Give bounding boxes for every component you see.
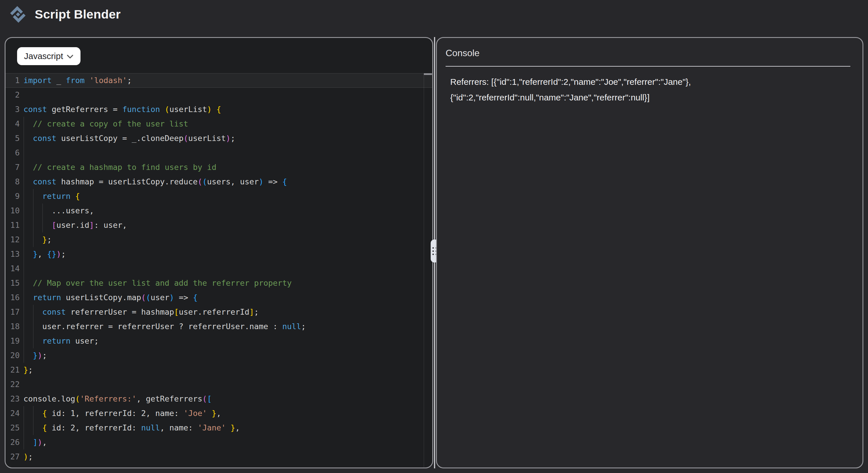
code-editor[interactable]: 1import _ from 'lodash';23const getRefer… <box>5 73 432 464</box>
code-line[interactable]: 24 { id: 1, referrerId: 2, name: 'Joe' }… <box>5 406 432 420</box>
line-number: 24 <box>5 406 20 420</box>
line-number: 21 <box>5 363 20 377</box>
code-line[interactable]: 13 }, {}); <box>5 247 432 261</box>
line-number: 23 <box>5 392 20 406</box>
scrollbar-track[interactable] <box>424 73 424 468</box>
line-number: 4 <box>5 117 20 131</box>
scrollbar-thumb[interactable] <box>424 73 432 75</box>
code-lines: 1import _ from 'lodash';23const getRefer… <box>5 73 432 464</box>
line-number: 12 <box>5 232 20 247</box>
code-line[interactable]: 14 <box>5 261 432 276</box>
code-line[interactable]: 1import _ from 'lodash'; <box>5 73 432 88</box>
line-number: 13 <box>5 247 20 261</box>
language-select-label: Javascript <box>24 51 63 61</box>
chevron-down-icon <box>67 55 73 59</box>
line-number: 16 <box>5 290 20 305</box>
line-number: 20 <box>5 348 20 363</box>
code-line[interactable]: 6 <box>5 146 432 160</box>
console-output-line: Referrers: [{"id":1,"referrerId":2,"name… <box>450 74 851 90</box>
line-number: 22 <box>5 377 20 392</box>
code-line[interactable]: 17 const referrerUser = hashmap[user.ref… <box>5 305 432 319</box>
line-number: 15 <box>5 276 20 290</box>
code-line[interactable]: 25 { id: 2, referrerId: null, name: 'Jan… <box>5 420 432 435</box>
code-line[interactable]: 9 return { <box>5 189 432 203</box>
code-line[interactable]: 23console.log('Referrers:', getReferrers… <box>5 392 432 406</box>
code-line[interactable]: 20 }); <box>5 348 432 363</box>
code-line[interactable]: 15 // Map over the user list and add the… <box>5 276 432 290</box>
line-number: 18 <box>5 319 20 334</box>
code-line[interactable]: 12 }; <box>5 232 432 247</box>
line-number: 9 <box>5 189 20 203</box>
line-number: 5 <box>5 131 20 146</box>
code-line[interactable]: 27); <box>5 449 432 464</box>
code-line[interactable]: 22 <box>5 377 432 392</box>
line-number: 3 <box>5 102 20 117</box>
line-number: 8 <box>5 175 20 189</box>
line-number: 26 <box>5 435 20 449</box>
language-select-button[interactable]: Javascript <box>17 47 81 65</box>
code-line[interactable]: 3const getReferrers = function (userList… <box>5 102 432 117</box>
code-line[interactable]: 7 // create a hashmap to find users by i… <box>5 160 432 175</box>
code-line[interactable]: 18 user.referrer = referrerUser ? referr… <box>5 319 432 334</box>
line-number: 25 <box>5 420 20 435</box>
line-number: 6 <box>5 146 20 160</box>
line-number: 1 <box>5 73 20 88</box>
console-output: Referrers: [{"id":1,"referrerId":2,"name… <box>450 74 851 105</box>
code-line[interactable]: 10 ...users, <box>5 203 432 218</box>
editor-panel: Javascript 1import _ from 'lodash';23con… <box>5 37 433 468</box>
console-panel: Console Referrers: [{"id":1,"referrerId"… <box>436 37 863 468</box>
code-line[interactable]: 21}; <box>5 363 432 377</box>
code-line[interactable]: 26 ]), <box>5 435 432 449</box>
line-number: 17 <box>5 305 20 319</box>
code-line[interactable]: 8 const hashmap = userListCopy.reduce((u… <box>5 175 432 189</box>
code-line[interactable]: 5 const userListCopy = _.cloneDeep(userL… <box>5 131 432 146</box>
console-output-line: {"id":2,"referrerId":null,"name":"Jane",… <box>450 90 851 105</box>
app-header: Script Blender <box>0 0 868 32</box>
line-number: 19 <box>5 334 20 348</box>
code-line[interactable]: 16 return userListCopy.map((user) => { <box>5 290 432 305</box>
code-line[interactable]: 11 [user.id]: user, <box>5 218 432 232</box>
console-divider <box>445 66 850 67</box>
code-line[interactable]: 4 // create a copy of the user list <box>5 117 432 131</box>
main-split: Javascript 1import _ from 'lodash';23con… <box>5 37 863 468</box>
console-title: Console <box>445 48 863 59</box>
line-number: 27 <box>5 449 20 464</box>
app-logo-icon <box>8 5 27 24</box>
panel-resizer[interactable] <box>433 37 436 468</box>
app-title: Script Blender <box>35 7 121 22</box>
line-number: 2 <box>5 88 20 102</box>
line-number: 7 <box>5 160 20 175</box>
line-number: 11 <box>5 218 20 232</box>
line-number: 10 <box>5 203 20 218</box>
code-line[interactable]: 2 <box>5 88 432 102</box>
line-number: 14 <box>5 261 20 276</box>
code-line[interactable]: 19 return user; <box>5 334 432 348</box>
